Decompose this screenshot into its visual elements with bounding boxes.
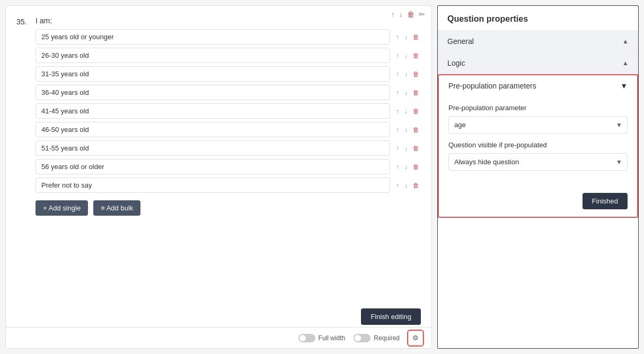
- gear-button[interactable]: ⚙: [408, 331, 423, 346]
- option-up-4[interactable]: ↑: [394, 88, 401, 98]
- option-delete-8[interactable]: 🗑: [411, 162, 421, 172]
- parameter-label: Pre-population parameter: [448, 104, 628, 112]
- option-input-1[interactable]: [36, 29, 390, 45]
- list-item: ↑ ↓ 🗑: [36, 29, 421, 45]
- option-down-8[interactable]: ↓: [403, 162, 409, 172]
- parameter-select-wrap: age ▼: [448, 116, 628, 134]
- full-width-label: Full width: [319, 334, 346, 342]
- option-controls-2: ↑ ↓ 🗑: [394, 51, 421, 60]
- logic-chevron-icon: ▲: [622, 59, 629, 67]
- logic-section: Logic ▲: [438, 52, 638, 74]
- option-delete-3[interactable]: 🗑: [411, 69, 421, 79]
- option-input-2[interactable]: [36, 48, 390, 63]
- option-down-2[interactable]: ↓: [403, 51, 409, 60]
- list-item: ↑ ↓ 🗑: [36, 159, 421, 174]
- list-item: ↑ ↓ 🗑: [36, 103, 421, 119]
- option-input-7[interactable]: [36, 140, 390, 156]
- question-number: 35.: [16, 16, 36, 26]
- option-input-4[interactable]: [36, 85, 390, 100]
- option-down-9[interactable]: ↓: [403, 181, 409, 190]
- option-delete-4[interactable]: 🗑: [411, 88, 421, 98]
- panel-footer: Finished: [439, 185, 637, 217]
- option-controls-6: ↑ ↓ 🗑: [394, 125, 421, 135]
- add-bulk-button[interactable]: ≡ Add bulk: [93, 200, 140, 216]
- question-text: I am:: [36, 16, 52, 25]
- right-panel: Question properties General ▲ Logic ▲ Pr…: [437, 5, 639, 349]
- question-row: 35. I am:: [6, 11, 431, 29]
- option-up-2[interactable]: ↑: [394, 51, 401, 60]
- option-up-1[interactable]: ↑: [394, 32, 401, 42]
- list-item: ↑ ↓ 🗑: [36, 85, 421, 100]
- option-delete-9[interactable]: 🗑: [411, 181, 421, 190]
- option-controls-3: ↑ ↓ 🗑: [394, 69, 421, 79]
- option-up-8[interactable]: ↑: [394, 162, 401, 172]
- visibility-label: Question visible if pre-populated: [448, 141, 628, 149]
- option-up-9[interactable]: ↑: [394, 181, 401, 190]
- list-item: ↑ ↓ 🗑: [36, 48, 421, 63]
- option-delete-6[interactable]: 🗑: [411, 125, 421, 135]
- option-input-8[interactable]: [36, 159, 390, 174]
- general-section: General ▲: [438, 31, 638, 52]
- pre-pop-chevron-icon: ▼: [620, 82, 628, 90]
- option-up-3[interactable]: ↑: [394, 69, 401, 79]
- bottom-bar: Full width Required ⚙: [6, 327, 431, 348]
- general-header[interactable]: General ▲: [438, 31, 638, 52]
- pre-pop-label: Pre-population parameters: [448, 82, 536, 90]
- edit-icon[interactable]: ✏: [419, 10, 425, 19]
- option-down-5[interactable]: ↓: [403, 107, 409, 116]
- option-input-5[interactable]: [36, 103, 390, 119]
- option-delete-1[interactable]: 🗑: [411, 32, 421, 42]
- option-controls-9: ↑ ↓ 🗑: [394, 181, 421, 190]
- option-down-4[interactable]: ↓: [403, 88, 409, 98]
- required-toggle[interactable]: [354, 334, 370, 342]
- option-delete-2[interactable]: 🗑: [411, 51, 421, 60]
- option-controls-7: ↑ ↓ 🗑: [394, 144, 421, 153]
- option-up-5[interactable]: ↑: [394, 107, 401, 116]
- option-controls-4: ↑ ↓ 🗑: [394, 88, 421, 98]
- visibility-select[interactable]: Always hide question: [448, 153, 628, 171]
- option-input-9[interactable]: [36, 178, 390, 193]
- parameter-select[interactable]: age: [448, 116, 628, 134]
- list-item: ↑ ↓ 🗑: [36, 122, 421, 137]
- add-single-button[interactable]: + Add single: [36, 200, 88, 216]
- option-controls-5: ↑ ↓ 🗑: [394, 107, 421, 116]
- finish-editing-bar: Finish editing: [361, 308, 421, 325]
- delete-icon[interactable]: 🗑: [407, 10, 414, 19]
- logic-header[interactable]: Logic ▲: [438, 52, 638, 74]
- panel-title: Question properties: [438, 6, 638, 31]
- move-up-icon[interactable]: ↑: [391, 10, 395, 19]
- option-down-6[interactable]: ↓: [403, 125, 409, 135]
- general-chevron-icon: ▲: [622, 38, 629, 45]
- toolbar: ↑ ↓ 🗑 ✏: [391, 10, 425, 19]
- logic-label: Logic: [447, 59, 465, 67]
- list-item: ↑ ↓ 🗑: [36, 66, 421, 82]
- option-controls-8: ↑ ↓ 🗑: [394, 162, 421, 172]
- option-delete-7[interactable]: 🗑: [411, 144, 421, 153]
- option-down-7[interactable]: ↓: [403, 144, 409, 153]
- full-width-toggle-wrap: Full width: [298, 334, 346, 342]
- left-panel: ↑ ↓ 🗑 ✏ 35. I am: ↑ ↓ 🗑: [5, 5, 432, 349]
- list-item: ↑ ↓ 🗑: [36, 140, 421, 156]
- options-list: ↑ ↓ 🗑 ↑ ↓ 🗑 ↑ ↓ 🗑: [6, 29, 431, 193]
- pre-pop-section: Pre-population parameters ▼ Pre-populati…: [438, 74, 638, 218]
- list-item: ↑ ↓ 🗑: [36, 178, 421, 193]
- option-controls-1: ↑ ↓ 🗑: [394, 32, 421, 42]
- visibility-select-wrap: Always hide question ▼: [448, 153, 628, 171]
- required-label: Required: [374, 334, 400, 342]
- option-input-6[interactable]: [36, 122, 390, 137]
- option-delete-5[interactable]: 🗑: [411, 107, 421, 116]
- finished-button[interactable]: Finished: [583, 193, 628, 209]
- add-buttons: + Add single ≡ Add bulk: [6, 195, 431, 221]
- option-up-7[interactable]: ↑: [394, 144, 401, 153]
- option-input-3[interactable]: [36, 66, 390, 82]
- full-width-toggle[interactable]: [298, 334, 315, 342]
- option-down-1[interactable]: ↓: [403, 32, 409, 42]
- finish-editing-button[interactable]: Finish editing: [361, 308, 421, 325]
- move-down-icon[interactable]: ↓: [399, 10, 403, 19]
- required-toggle-wrap: Required: [354, 334, 400, 342]
- pre-pop-header[interactable]: Pre-population parameters ▼: [439, 75, 637, 96]
- option-down-3[interactable]: ↓: [403, 69, 409, 79]
- option-up-6[interactable]: ↑: [394, 125, 401, 135]
- pre-pop-content: Pre-population parameter age ▼ Question …: [439, 96, 637, 185]
- general-label: General: [447, 37, 474, 46]
